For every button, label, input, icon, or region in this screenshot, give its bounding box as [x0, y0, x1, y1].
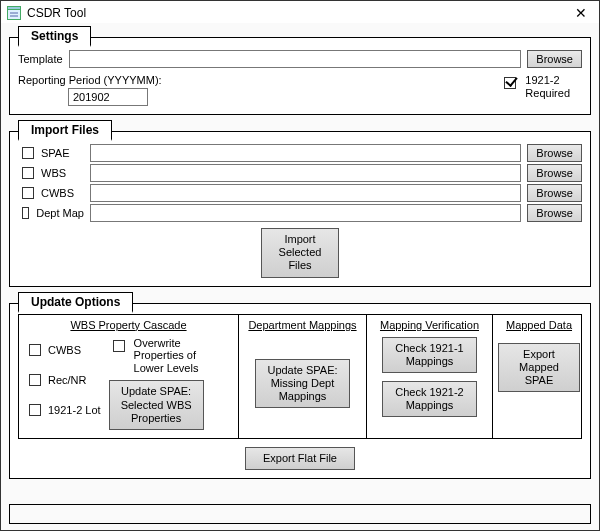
update-cwbs-checkbox[interactable]	[29, 344, 41, 356]
export-mapped-line2: SPAE	[525, 374, 554, 386]
spae-browse-button[interactable]: Browse	[527, 144, 582, 162]
cwbs-field[interactable]	[90, 184, 521, 202]
update-spae-dept-button[interactable]: Update SPAE: Missing Dept Mappings	[255, 359, 350, 409]
import-btn-line2: Selected	[279, 246, 322, 258]
app-form-icon	[7, 6, 21, 20]
window: CSDR Tool ✕ Settings Template Browse Rep…	[0, 0, 600, 531]
deptmap-field[interactable]	[90, 204, 521, 222]
spae-field[interactable]	[90, 144, 521, 162]
reporting-period-label: Reporting Period (YYYYMM):	[18, 74, 162, 86]
update-recnr-checkbox[interactable]	[29, 374, 41, 386]
status-bar	[9, 504, 591, 524]
update-recnr-label: Rec/NR	[48, 374, 87, 386]
wbs-field[interactable]	[90, 164, 521, 182]
deptmap-browse-button[interactable]: Browse	[527, 204, 582, 222]
check-1921-2-button[interactable]: Check 1921-2 Mappings	[382, 381, 477, 417]
update-lot-label: 1921-2 Lot	[48, 404, 101, 416]
dept-mappings-title: Department Mappings	[248, 319, 356, 331]
update-tab: Update Options	[18, 292, 133, 313]
check-1921-1-button[interactable]: Check 1921-1 Mappings	[382, 337, 477, 373]
update-wbs-btn-line3: Properties	[131, 412, 181, 424]
close-icon[interactable]: ✕	[571, 5, 591, 21]
svg-rect-1	[8, 7, 21, 10]
cwbs-label: CWBS	[41, 187, 74, 199]
import-panel: Import Files SPAE Browse WBS Browse	[9, 131, 591, 287]
import-selected-files-button[interactable]: Import Selected Files	[261, 228, 339, 278]
overwrite-label: Overwrite Properties of Lower Levels	[134, 337, 218, 375]
required-1921-2-checkbox[interactable]	[504, 77, 516, 89]
wbs-checkbox[interactable]	[22, 167, 34, 179]
import-btn-line1: Import	[284, 233, 315, 245]
update-wbs-btn-line2: Selected WBS	[121, 399, 192, 411]
spae-checkbox[interactable]	[22, 147, 34, 159]
required-1921-2-line1: 1921-2	[525, 74, 570, 87]
spae-label: SPAE	[41, 147, 70, 159]
template-browse-button[interactable]: Browse	[527, 50, 582, 68]
check1-line2: Mappings	[406, 355, 454, 367]
wbs-cascade-column: WBS Property Cascade CWBS Rec/NR	[19, 315, 239, 438]
mapped-data-title: Mapped Data	[506, 319, 572, 331]
settings-tab: Settings	[18, 26, 91, 47]
update-wbs-btn-line1: Update SPAE:	[121, 385, 191, 397]
wbs-cascade-title: WBS Property Cascade	[70, 319, 186, 331]
mapping-verification-title: Mapping Verification	[380, 319, 479, 331]
check2-line2: Mappings	[406, 399, 454, 411]
deptmap-label: Dept Map	[36, 207, 84, 219]
dept-btn-line1: Update SPAE:	[267, 364, 337, 376]
update-lot-checkbox[interactable]	[29, 404, 41, 416]
check1-line1: Check 1921-1	[395, 342, 464, 354]
export-mapped-line1: Export Mapped	[519, 348, 559, 373]
mapped-data-column: Mapped Data Export Mapped SPAE	[493, 315, 585, 438]
titlebar: CSDR Tool ✕	[1, 1, 599, 23]
import-tab: Import Files	[18, 120, 112, 141]
export-flat-file-button[interactable]: Export Flat File	[245, 447, 355, 470]
template-label: Template	[18, 53, 63, 65]
mapping-verification-column: Mapping Verification Check 1921-1 Mappin…	[367, 315, 493, 438]
dept-mappings-column: Department Mappings Update SPAE: Missing…	[239, 315, 367, 438]
cwbs-checkbox[interactable]	[22, 187, 34, 199]
export-mapped-spae-button[interactable]: Export Mapped SPAE	[498, 343, 580, 393]
wbs-browse-button[interactable]: Browse	[527, 164, 582, 182]
required-1921-2-group: 1921-2 Required	[500, 74, 570, 99]
update-cwbs-label: CWBS	[48, 344, 81, 356]
template-field[interactable]	[69, 50, 522, 68]
reporting-period-field[interactable]	[68, 88, 148, 106]
update-spae-wbs-button[interactable]: Update SPAE: Selected WBS Properties	[109, 380, 204, 430]
dept-btn-line3: Mappings	[279, 390, 327, 402]
settings-panel: Settings Template Browse Reporting Perio…	[9, 37, 591, 115]
required-1921-2-line2: Required	[525, 87, 570, 100]
update-grid: WBS Property Cascade CWBS Rec/NR	[18, 314, 582, 439]
import-btn-line3: Files	[288, 259, 311, 271]
cwbs-browse-button[interactable]: Browse	[527, 184, 582, 202]
check2-line1: Check 1921-2	[395, 386, 464, 398]
deptmap-checkbox[interactable]	[22, 207, 29, 219]
body: Settings Template Browse Reporting Perio…	[1, 23, 599, 530]
overwrite-checkbox[interactable]	[113, 340, 125, 352]
wbs-label: WBS	[41, 167, 66, 179]
dept-btn-line2: Missing Dept	[271, 377, 335, 389]
window-title: CSDR Tool	[27, 6, 571, 20]
update-panel: Update Options WBS Property Cascade CWBS	[9, 303, 591, 480]
